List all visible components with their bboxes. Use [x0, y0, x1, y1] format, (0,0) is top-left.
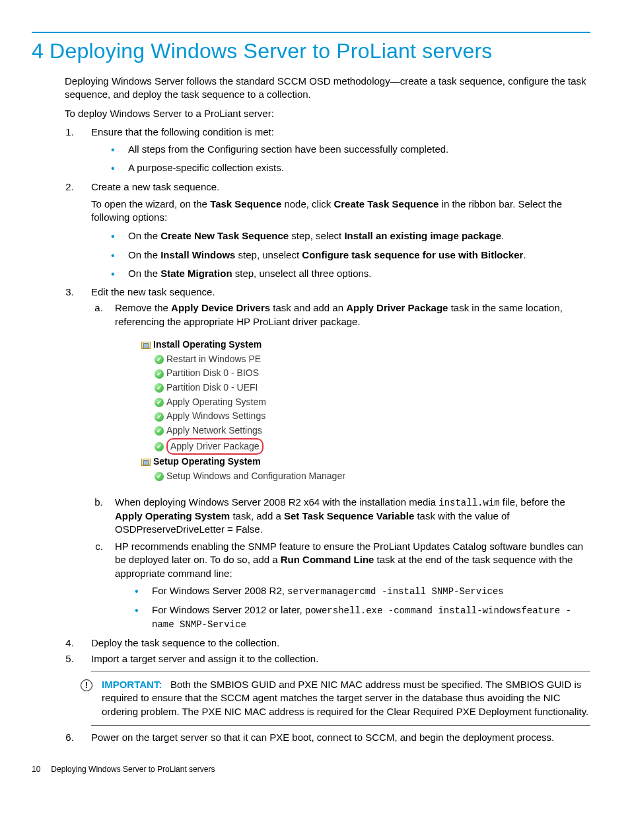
step-5: Import a target server and assign it to … — [77, 652, 590, 726]
step-2-text: Create a new task sequence. — [91, 181, 219, 192]
page-number: 10 — [32, 765, 40, 774]
chapter-heading: 4 Deploying Windows Server to ProLiant s… — [32, 37, 590, 65]
step-1: Ensure that the following condition is m… — [77, 126, 590, 175]
tree-item-label: Setup Windows and Configuration Manager — [166, 471, 345, 481]
step-2-bullets: On the Create New Task Sequence step, se… — [91, 229, 590, 280]
check-icon — [155, 412, 164, 422]
step-3b: When deploying Windows Server 2008 R2 x6… — [106, 496, 590, 536]
tree-item: Apply Windows Settings — [155, 409, 590, 424]
page-footer: 10Deploying Windows Server to ProLiant s… — [32, 764, 590, 775]
t: Remove the — [115, 302, 171, 313]
code-text: install.wim — [438, 498, 499, 508]
step-2-bullet-1: On the Create New Task Sequence step, se… — [111, 229, 590, 243]
step-1-bullet-1: All steps from the Configuring section h… — [111, 143, 590, 156]
tree-item-label: Apply Windows Settings — [166, 410, 265, 421]
lead-paragraph: To deploy Windows Server to a ProLiant s… — [65, 107, 590, 120]
t: For Windows Server 2008 R2, — [152, 585, 287, 596]
step-3c-bullets: For Windows Server 2008 R2, servermanage… — [115, 584, 590, 631]
step-3-text: Edit the new task sequence. — [91, 286, 215, 297]
t: When deploying Windows Server 2008 R2 x6… — [115, 496, 438, 508]
step-3a: Remove the Apply Device Drivers task and… — [106, 301, 590, 483]
tree-item: Partition Disk 0 - BIOS — [155, 366, 590, 381]
tree-group-label: Setup Operating System — [153, 456, 261, 467]
step-1-text: Ensure that the following condition is m… — [91, 126, 274, 137]
folder-icon — [141, 342, 151, 349]
tree-item: Restart in Windows PE — [155, 352, 590, 367]
tree-item-label: Partition Disk 0 - UEFI — [166, 382, 258, 393]
t: For Windows Server 2012 or later, — [152, 604, 305, 615]
check-icon — [155, 355, 164, 364]
step-3: Edit the new task sequence. Remove the A… — [77, 286, 590, 630]
step-3c-bullet-2: For Windows Server 2012 or later, powers… — [135, 603, 590, 631]
t: Task Sequence — [210, 198, 281, 210]
main-ordered-list: Ensure that the following condition is m… — [65, 126, 590, 744]
task-sequence-tree: Install Operating System Restart in Wind… — [141, 338, 590, 484]
t: To open the wizard, on the — [91, 198, 210, 210]
t: . — [501, 230, 504, 241]
check-icon — [155, 426, 164, 436]
t: . — [523, 249, 526, 260]
tree-item: Setup Windows and Configuration Manager — [155, 469, 590, 484]
tree-item: Apply Operating System — [155, 395, 590, 410]
t: Apply Operating System — [115, 510, 230, 521]
content-block: Deploying Windows Server follows the sta… — [65, 75, 590, 744]
step-5-text: Import a target server and assign it to … — [91, 653, 318, 664]
important-icon: ! — [81, 679, 92, 691]
check-icon — [155, 472, 164, 481]
intro-paragraph: Deploying Windows Server follows the sta… — [65, 75, 590, 102]
step-2-paragraph: To open the wizard, on the Task Sequence… — [91, 198, 590, 225]
t: task and add an — [270, 302, 346, 313]
t: node, click — [281, 198, 333, 210]
important-callout: ! IMPORTANT: Both the SMBIOS GUID and PX… — [91, 671, 590, 726]
tree-item-label: Apply Network Settings — [166, 425, 262, 436]
callout-body: IMPORTANT: Both the SMBIOS GUID and PXE … — [102, 678, 590, 718]
t: Set Task Sequence Variable — [284, 510, 414, 521]
t: Create New Task Sequence — [160, 230, 289, 241]
step-3-alpha-list: Remove the Apply Device Drivers task and… — [91, 301, 590, 630]
tree-item-label: Restart in Windows PE — [166, 354, 261, 364]
tree-item: Partition Disk 0 - UEFI — [155, 381, 590, 395]
tree-item-highlighted: Apply Driver Package — [155, 438, 590, 455]
check-icon — [155, 398, 164, 407]
step-2-bullet-3: On the State Migration step, unselect al… — [111, 267, 590, 280]
tree-group-install: Install Operating System — [141, 338, 590, 352]
t: On the — [128, 268, 160, 279]
step-1-bullets: All steps from the Configuring section h… — [91, 143, 590, 175]
t: State Migration — [160, 268, 232, 279]
tree-group-setup: Setup Operating System — [141, 455, 590, 469]
step-3c: HP recommends enabling the SNMP feature … — [106, 540, 590, 630]
tree-item-label: Partition Disk 0 - BIOS — [166, 367, 259, 378]
tree-item-label: Apply Operating System — [166, 397, 266, 407]
t: Install an existing image package — [344, 230, 501, 241]
tree-item: Apply Network Settings — [155, 424, 590, 438]
t: Configure task sequence for use with Bit… — [302, 249, 523, 260]
callout-text: Both the SMBIOS GUID and PXE NIC MAC add… — [102, 679, 588, 717]
tree-group-label: Install Operating System — [153, 339, 262, 350]
code-text: servermanagercmd -install SNMP-Services — [287, 586, 504, 597]
t: step, select — [289, 230, 344, 241]
t: Create Task Sequence — [333, 198, 438, 210]
t: On the — [128, 230, 160, 241]
t: file, before the — [500, 496, 565, 508]
folder-icon — [141, 459, 151, 466]
step-2-bullet-2: On the Install Windows step, unselect Co… — [111, 248, 590, 262]
t: Install Windows — [160, 249, 235, 260]
t: step, unselect — [235, 249, 302, 260]
step-1-bullet-2: A purpose-specific collection exists. — [111, 161, 590, 174]
step-2: Create a new task sequence. To open the … — [77, 180, 590, 281]
step-6: Power on the target server so that it ca… — [77, 731, 590, 744]
t: On the — [128, 249, 160, 260]
tree-item-label-highlighted: Apply Driver Package — [166, 438, 263, 455]
t: Run Command Line — [281, 554, 374, 565]
top-rule — [32, 32, 590, 33]
t: Apply Driver Package — [346, 302, 448, 313]
check-icon — [155, 369, 164, 379]
t: task, add a — [230, 510, 284, 521]
t: step, unselect all three options. — [232, 268, 372, 279]
check-icon — [155, 442, 164, 451]
callout-label: IMPORTANT: — [102, 679, 162, 690]
step-4: Deploy the task sequence to the collecti… — [77, 636, 590, 650]
t: Apply Device Drivers — [171, 302, 270, 313]
footer-title: Deploying Windows Server to ProLiant ser… — [51, 765, 215, 774]
step-3c-bullet-1: For Windows Server 2008 R2, servermanage… — [135, 584, 590, 598]
